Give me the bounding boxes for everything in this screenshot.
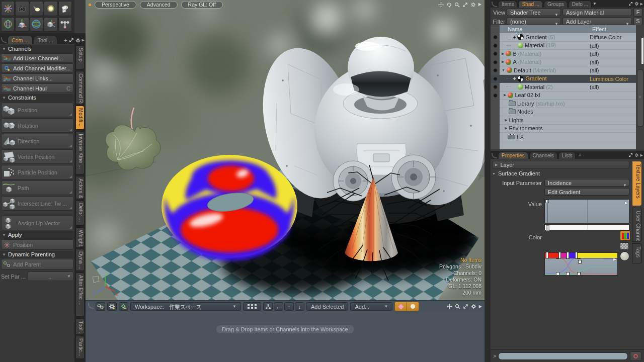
- channel-links-button[interactable]: ∞Channel Links...: [1, 73, 73, 83]
- add-parent-button[interactable]: Add Parent: [1, 259, 73, 269]
- filter-dropdown[interactable]: (none)▼: [507, 18, 561, 25]
- tab-shading[interactable]: Shad ...: [518, 1, 542, 8]
- eye-icon[interactable]: [493, 94, 498, 98]
- view-type-dropdown[interactable]: Perspective: [95, 1, 136, 9]
- vtab-command-regions[interactable]: Command Re ...: [75, 71, 85, 104]
- eye-icon[interactable]: [493, 85, 498, 89]
- gradient-key-marker[interactable]: [578, 260, 582, 263]
- command-input[interactable]: [498, 352, 628, 360]
- vtab-inverse-kinematics[interactable]: Inverse Kine ...: [75, 131, 85, 174]
- vtab-particles[interactable]: Partic...: [75, 336, 85, 359]
- f-key-button[interactable]: F: [633, 8, 642, 17]
- nav-back-button[interactable]: ←: [274, 302, 283, 311]
- expand-icon[interactable]: [628, 153, 633, 157]
- gradient-key-marker[interactable]: [566, 272, 570, 276]
- viewport-3d-scene[interactable]: [86, 0, 485, 300]
- workspace-dropdown[interactable]: Workspace: 作業スペース ▼: [130, 302, 241, 311]
- cream-circle-swatch-button[interactable]: [407, 302, 419, 311]
- zoom-icon[interactable]: [455, 304, 460, 309]
- set-parent-dropdown[interactable]: ...▼: [28, 272, 73, 281]
- add-layer-dropdown[interactable]: Add Layer▼: [562, 18, 632, 25]
- falloff-sphere-icon[interactable]: [30, 17, 43, 32]
- tree-row-library[interactable]: Library(startup.lxo): [491, 100, 636, 108]
- viewport-3d[interactable]: Perspective Advanced Ray GL: Off ▶ No It…: [86, 0, 485, 300]
- camera-icon[interactable]: [15, 1, 29, 16]
- tree-row-material-a[interactable]: ▶A(Material) (all): [491, 58, 636, 67]
- pan-icon[interactable]: [438, 2, 444, 8]
- color-key-tick[interactable]: [575, 252, 578, 259]
- viewport-options-gear-icon[interactable]: [470, 2, 476, 8]
- pan-icon[interactable]: [447, 304, 452, 309]
- channel-haul-button[interactable]: Channel HaulC: [1, 83, 73, 93]
- joint-icon[interactable]: [58, 17, 72, 32]
- layer-section-header[interactable]: ▶Layer: [492, 161, 629, 168]
- rotate-gizmo-icon[interactable]: [1, 17, 15, 32]
- constraint-vertex-position-button[interactable]: Vertex Position: [1, 149, 73, 164]
- add-link-button[interactable]: +: [96, 302, 105, 311]
- value-gradient-editor[interactable]: ▶: [544, 199, 629, 223]
- nav-down-button[interactable]: ↓: [295, 302, 304, 311]
- color-key-tick[interactable]: [567, 252, 569, 259]
- viewport-menu-arrow-icon[interactable]: ▶: [478, 2, 481, 8]
- color-gradient-editor[interactable]: ▶: [544, 255, 618, 276]
- maximize-icon[interactable]: [463, 304, 468, 309]
- viewport-state-dot-icon[interactable]: [89, 4, 91, 6]
- tab-groups[interactable]: Groups: [544, 1, 568, 8]
- expand-arrow-icon[interactable]: ▶: [505, 118, 507, 122]
- name-column-header[interactable]: Name: [500, 26, 522, 32]
- s-key-button[interactable]: S: [633, 17, 642, 26]
- chevron-down-icon[interactable]: ▼: [593, 2, 597, 8]
- constraint-path-button[interactable]: Path: [1, 180, 73, 195]
- gear-icon[interactable]: [634, 153, 639, 157]
- vtab-actors[interactable]: Actors & ...: [75, 176, 85, 199]
- next-key-arrow-icon[interactable]: ▶: [625, 201, 628, 205]
- add-tab-button[interactable]: +: [64, 37, 67, 43]
- gear-icon[interactable]: [75, 38, 80, 43]
- layout-grid-button[interactable]: [243, 302, 261, 311]
- expand-arrow-icon[interactable]: ▶: [502, 52, 504, 56]
- edit-gradient-button[interactable]: Edit Gradient: [544, 188, 629, 196]
- collapse-arrow-icon[interactable]: ▼: [502, 68, 505, 72]
- vtab-deformers[interactable]: Defor ...: [75, 201, 85, 226]
- tab-properties[interactable]: Properties: [498, 152, 528, 159]
- area-light-icon[interactable]: [58, 1, 72, 16]
- nav-up-button[interactable]: ↑: [284, 302, 294, 311]
- color-key-tick[interactable]: [546, 252, 548, 259]
- value-gradient-bar[interactable]: [544, 224, 629, 230]
- tree-row-environments[interactable]: ▶Environments: [491, 125, 636, 133]
- tab-commands[interactable]: Com ...: [8, 36, 33, 44]
- schematic-workspace[interactable]: Drag & Drop Items or Channels into the W…: [86, 312, 485, 362]
- section-apply[interactable]: ▼Apply: [0, 231, 74, 239]
- panel-corner-icon[interactable]: [492, 2, 497, 7]
- tab-deformers[interactable]: Defo ...: [569, 1, 592, 8]
- rvtab-user-channels[interactable]: User Channels: [632, 208, 642, 242]
- add-selected-button[interactable]: Add Selected: [306, 302, 348, 311]
- vtab-modifiers[interactable]: Modifi...: [75, 106, 85, 130]
- panel-arrow-icon[interactable]: ▶: [640, 153, 643, 157]
- expand-arrow-icon[interactable]: ▶: [504, 93, 506, 97]
- point-light-icon[interactable]: [44, 1, 57, 16]
- color-gradient-bar[interactable]: [544, 252, 618, 258]
- tree-header[interactable]: Name Effect: [500, 25, 636, 33]
- panel-arrow-icon[interactable]: ▶: [82, 38, 85, 42]
- eye-icon[interactable]: [493, 35, 498, 39]
- add-gear-button[interactable]: +: [107, 302, 117, 311]
- input-parameter-dropdown[interactable]: Incidence▼: [544, 179, 629, 187]
- hierarchy-button[interactable]: [263, 302, 273, 311]
- eye-icon[interactable]: [493, 77, 498, 81]
- tab-channels[interactable]: Channels: [529, 152, 557, 159]
- panel-corner-icon[interactable]: [88, 303, 94, 309]
- add-channel-modifier-button[interactable]: Add Channel Modifier...: [1, 63, 73, 73]
- vtab-weights[interactable]: Weight...: [75, 227, 85, 247]
- eye-icon[interactable]: [493, 52, 498, 56]
- alpha-mode-button[interactable]: [620, 242, 629, 250]
- zoom-icon[interactable]: [454, 2, 460, 8]
- assign-material-button[interactable]: Assign Material: [562, 9, 632, 16]
- gear-icon[interactable]: [634, 2, 639, 6]
- tree-row-lights[interactable]: ▶Lights: [491, 116, 636, 125]
- expand-icon[interactable]: [628, 2, 633, 6]
- shading-mode-dropdown[interactable]: Advanced: [140, 1, 178, 9]
- color-key-tick[interactable]: [558, 252, 561, 259]
- rvtab-tags[interactable]: Tags: [632, 243, 642, 263]
- section-channels[interactable]: ▼Channels: [0, 45, 74, 53]
